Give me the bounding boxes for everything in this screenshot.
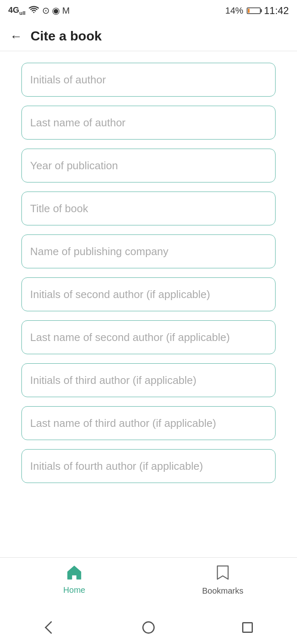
battery-percentage: 14% [225, 5, 243, 16]
year-publication-input[interactable] [21, 149, 276, 182]
nav-bookmarks[interactable]: Bookmarks [148, 564, 297, 596]
home-icon [66, 564, 82, 584]
bookmarks-label: Bookmarks [202, 586, 243, 596]
whatsapp-icon: ◉ [52, 5, 60, 16]
page-title: Cite a book [31, 28, 101, 44]
last-name-second-author-input[interactable] [21, 320, 276, 354]
form-content [0, 51, 297, 557]
home-label: Home [63, 585, 85, 595]
last-name-third-author-input[interactable] [21, 406, 276, 440]
system-back-button[interactable] [40, 618, 59, 637]
back-button[interactable]: ← [10, 29, 22, 43]
time-display: 11:42 [264, 5, 289, 17]
battery-icon [247, 7, 261, 14]
nav-home[interactable]: Home [0, 564, 148, 595]
initials-fourth-author-input[interactable] [21, 449, 276, 483]
initials-author-input[interactable] [21, 63, 276, 97]
system-home-button[interactable] [139, 618, 158, 637]
bookmarks-icon [216, 564, 230, 585]
navigation-icon: ⊙ [42, 5, 50, 16]
header: ← Cite a book [0, 21, 297, 51]
gmail-icon: M [62, 5, 70, 16]
system-recents-button[interactable] [238, 618, 257, 637]
last-name-author-input[interactable] [21, 106, 276, 140]
publishing-company-input[interactable] [21, 234, 276, 268]
status-left: 4Gull ⊙ ◉ M [8, 5, 70, 17]
signal-icon: 4Gull [8, 5, 26, 16]
bottom-nav: Home Bookmarks [0, 557, 297, 611]
wifi-icon [28, 5, 40, 17]
initials-third-author-input[interactable] [21, 363, 276, 397]
status-right: 14% 11:42 [225, 5, 289, 17]
title-book-input[interactable] [21, 192, 276, 225]
status-bar: 4Gull ⊙ ◉ M 14% 11:42 [0, 0, 297, 21]
system-nav [0, 611, 297, 644]
initials-second-author-input[interactable] [21, 277, 276, 311]
